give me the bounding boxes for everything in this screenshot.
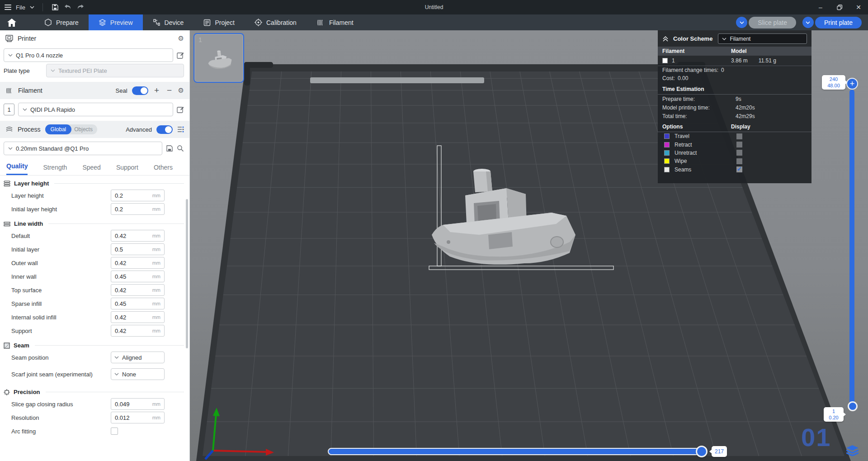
layer-slider-bottom-handle[interactable]: [848, 401, 858, 411]
advanced-toggle[interactable]: [156, 125, 173, 134]
undo-icon[interactable]: [64, 3, 72, 11]
parameter-list: Layer height Layer height mm Initial lay…: [0, 176, 189, 453]
tab-device[interactable]: Device: [143, 14, 194, 30]
seal-toggle[interactable]: [132, 86, 148, 95]
collapse-panel-icon[interactable]: [662, 36, 669, 42]
sidebar-scrollbar[interactable]: [186, 199, 188, 348]
filament-slot-number[interactable]: 1: [4, 104, 14, 115]
slice-plate-dropdown[interactable]: [736, 17, 747, 28]
slice-plate-button[interactable]: Slice plate: [749, 17, 796, 29]
slice-plate-split-button: Slice plate: [736, 17, 796, 29]
color-scheme-select[interactable]: Filament: [718, 33, 807, 44]
tab-support[interactable]: Support: [116, 162, 138, 175]
file-menu[interactable]: File: [16, 4, 25, 11]
initial-layer-line-width-input[interactable]: [111, 246, 143, 253]
retract-display-checkbox[interactable]: [736, 142, 742, 147]
remove-filament-button[interactable]: −: [165, 86, 174, 95]
support-line-width-input[interactable]: [111, 328, 143, 334]
travel-color-swatch: [664, 133, 670, 139]
layer-view-icon[interactable]: [846, 445, 859, 456]
tab-preview[interactable]: Preview: [89, 14, 143, 30]
tab-speed[interactable]: Speed: [82, 162, 100, 175]
tab-calibration[interactable]: Calibration: [245, 14, 307, 30]
arc-fitting-checkbox[interactable]: [111, 428, 118, 435]
move-slider-track[interactable]: [328, 448, 704, 455]
scarf-joint-seam-select[interactable]: None: [111, 368, 165, 380]
scope-objects[interactable]: Objects: [71, 126, 97, 133]
seams-display-checkbox[interactable]: [736, 166, 742, 172]
plate-number: 1: [198, 36, 202, 43]
panel-title: Color Scheme: [673, 35, 712, 42]
redo-icon[interactable]: [76, 3, 85, 11]
close-button[interactable]: ✕: [849, 0, 868, 14]
param-row: Outer wall mm: [0, 256, 189, 270]
seam-icon: [4, 342, 10, 349]
outer-wall-line-width-input[interactable]: [111, 260, 143, 266]
unretract-display-checkbox[interactable]: [736, 150, 742, 156]
menu-icon[interactable]: [5, 5, 11, 10]
param-row: Slice gap closing radius mm: [0, 397, 189, 411]
file-chevron-down-icon[interactable]: [30, 6, 34, 9]
seal-label: Seal: [116, 87, 127, 94]
chevron-down-icon: [8, 54, 13, 57]
calibration-icon: [255, 19, 262, 26]
search-preset-icon[interactable]: [177, 145, 184, 152]
chevron-down-icon: [114, 373, 119, 375]
edit-filament-icon[interactable]: [177, 106, 184, 113]
print-plate-dropdown[interactable]: [802, 17, 814, 28]
printer-settings-gear-icon[interactable]: ⚙: [178, 34, 184, 43]
home-icon: [7, 19, 16, 27]
plate-type-select[interactable]: Textured PEI Plate: [46, 64, 184, 77]
filament-preset-select[interactable]: QIDI PLA Rapido: [18, 103, 173, 116]
print-plate-button[interactable]: Print plate: [815, 17, 862, 29]
prepare-time-row: Prepare time: 9s: [658, 95, 811, 103]
slice-gap-closing-radius-input[interactable]: [111, 401, 143, 408]
save-icon[interactable]: [51, 3, 59, 11]
plate-handle-strip: [310, 77, 484, 83]
save-preset-icon[interactable]: [166, 145, 173, 152]
add-filament-button[interactable]: +: [153, 86, 161, 95]
3d-viewport[interactable]: 1 Color Scheme Filament Filament Model 1: [190, 30, 868, 461]
filament-length: 3.86 m: [731, 57, 748, 64]
seam-position-select[interactable]: Aligned: [111, 352, 165, 363]
option-retract: Retract: [658, 140, 811, 148]
printer-icon: [5, 35, 13, 42]
minimize-button[interactable]: –: [811, 0, 830, 14]
filament-table-header: Filament Model: [658, 47, 811, 56]
layer-slider-track[interactable]: [849, 90, 854, 406]
sparse-infill-line-width-input[interactable]: [111, 300, 143, 307]
scope-global[interactable]: Global: [45, 124, 72, 134]
process-preset-select[interactable]: 0.20mm Standard @Q1 Pro: [4, 142, 162, 155]
printer-preset-select[interactable]: Q1 Pro 0.4 nozzle: [4, 48, 173, 62]
home-button[interactable]: [0, 14, 24, 30]
top-surface-line-width-input[interactable]: [111, 287, 143, 294]
layer-slider-top-handle[interactable]: +: [846, 78, 858, 90]
inner-wall-line-width-input[interactable]: [111, 273, 143, 280]
total-time-row: Total time: 42m29s: [658, 112, 811, 120]
internal-solid-infill-line-width-input[interactable]: [111, 314, 143, 321]
option-wipe: Wipe: [658, 157, 811, 165]
travel-display-checkbox[interactable]: [736, 133, 742, 139]
initial-layer-height-input[interactable]: [111, 206, 143, 213]
maximize-button[interactable]: [830, 0, 849, 14]
param-row: Top surface mm: [0, 283, 189, 297]
edit-printer-icon[interactable]: [177, 52, 184, 59]
default-line-width-input[interactable]: [111, 233, 143, 239]
process-tab-bar: Quality Strength Speed Support Others: [0, 156, 189, 176]
tab-quality[interactable]: Quality: [6, 161, 28, 175]
plate-type-label: Plate type: [4, 67, 42, 74]
tab-strength[interactable]: Strength: [43, 162, 67, 175]
tab-others[interactable]: Others: [154, 162, 173, 175]
tab-filament[interactable]: Filament: [307, 14, 363, 30]
filament-settings-gear-icon[interactable]: ⚙: [178, 86, 184, 95]
wipe-display-checkbox[interactable]: [736, 158, 742, 164]
toolbar-divider: [42, 3, 43, 11]
compare-presets-icon[interactable]: [177, 126, 184, 133]
tab-project[interactable]: Project: [193, 14, 245, 30]
plate-thumbnail[interactable]: 1: [193, 33, 244, 83]
layer-height-input[interactable]: [111, 192, 143, 199]
section-title: Precision: [14, 389, 40, 395]
move-slider-handle[interactable]: [696, 446, 708, 457]
resolution-input[interactable]: [111, 414, 143, 421]
tab-prepare[interactable]: Prepare: [34, 14, 89, 30]
